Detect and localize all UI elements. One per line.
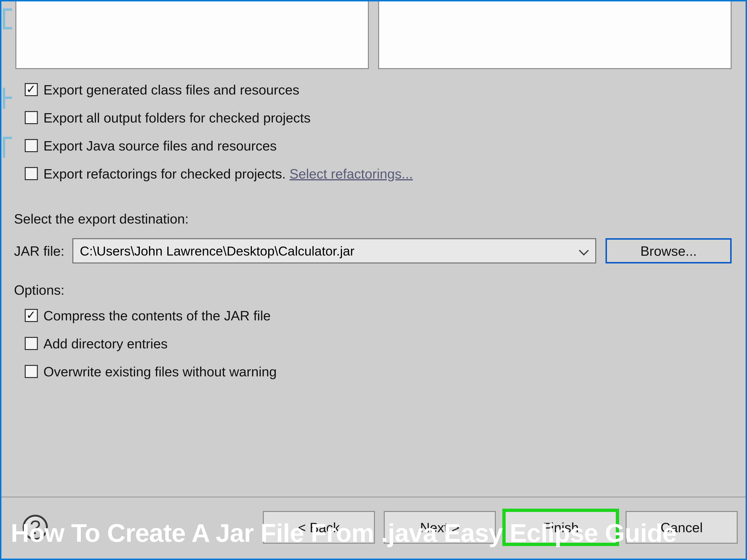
export-checkbox-group: Export generated class files and resourc… <box>1 69 746 192</box>
jar-file-label: JAR file: <box>14 243 65 259</box>
cancel-button-label: Cancel <box>661 519 703 535</box>
jar-file-value: C:\Users\John Lawrence\Desktop\Calculato… <box>80 243 355 259</box>
browse-button-label: Browse... <box>640 243 697 259</box>
checkbox-overwrite-existing[interactable]: Overwrite existing files without warning <box>25 357 722 385</box>
help-circle-icon: ? <box>23 515 48 540</box>
checkbox-icon[interactable] <box>25 111 38 124</box>
checkbox-export-output-folders[interactable]: Export all output folders for checked pr… <box>25 104 722 132</box>
checkbox-label: Export Java source files and resources <box>44 138 277 154</box>
jar-file-combo[interactable]: C:\Users\John Lawrence\Desktop\Calculato… <box>72 238 596 263</box>
jar-destination-row: JAR file: C:\Users\John Lawrence\Desktop… <box>1 238 746 263</box>
next-button[interactable]: Next > <box>384 511 496 544</box>
next-button-label: Next > <box>420 519 459 535</box>
checkbox-label: Export refactorings for checked projects… <box>44 166 286 182</box>
options-section-label: Options: <box>1 282 746 298</box>
checkbox-icon[interactable] <box>25 139 38 152</box>
finish-button-label: Finish <box>543 519 579 535</box>
options-checkbox-group: Compress the contents of the JAR file Ad… <box>1 298 746 390</box>
destination-section-label: Select the export destination: <box>1 211 746 226</box>
resource-tree-right[interactable] <box>378 1 731 69</box>
wizard-footer: ? < Back Next > Finish Cancel <box>1 497 746 557</box>
checkbox-label: Export generated class files and resourc… <box>44 82 299 98</box>
back-button[interactable]: < Back <box>263 511 375 544</box>
finish-button[interactable]: Finish <box>505 511 617 544</box>
top-list-area <box>1 1 746 69</box>
checkbox-add-directory-entries[interactable]: Add directory entries <box>25 329 722 357</box>
resource-tree-left[interactable] <box>16 1 369 69</box>
browse-button[interactable]: Browse... <box>606 238 731 263</box>
chevron-down-icon <box>579 246 589 256</box>
checkbox-compress-jar[interactable]: Compress the contents of the JAR file <box>25 301 722 329</box>
checkbox-icon[interactable] <box>25 337 38 350</box>
select-refactorings-link[interactable]: Select refactorings... <box>289 166 413 182</box>
checkbox-label: Add directory entries <box>44 336 168 351</box>
back-button-label: < Back <box>298 519 340 535</box>
checkbox-icon[interactable] <box>25 167 38 180</box>
checkbox-icon[interactable] <box>25 83 38 96</box>
checkbox-icon[interactable] <box>25 365 38 378</box>
checkbox-export-source-files[interactable]: Export Java source files and resources <box>25 132 722 160</box>
cancel-button[interactable]: Cancel <box>626 511 738 544</box>
checkbox-label: Overwrite existing files without warning <box>44 364 277 379</box>
checkbox-label: Compress the contents of the JAR file <box>44 308 271 323</box>
checkbox-label: Export all output folders for checked pr… <box>44 110 310 126</box>
help-icon[interactable]: ? <box>20 512 50 542</box>
checkbox-icon[interactable] <box>25 309 38 322</box>
checkbox-export-refactorings[interactable]: Export refactorings for checked projects… <box>25 160 722 188</box>
checkbox-export-class-files[interactable]: Export generated class files and resourc… <box>25 76 722 104</box>
